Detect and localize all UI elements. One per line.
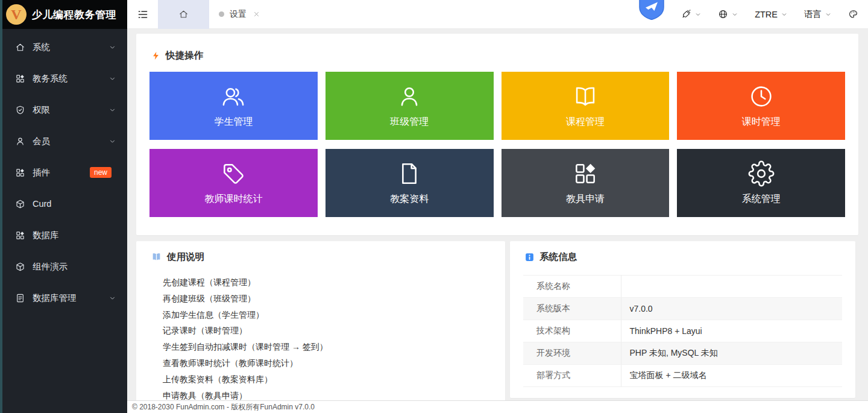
tile-lesson-plan[interactable]: 教案资料: [326, 149, 494, 217]
logo-letter: V: [11, 7, 21, 23]
apps-icon: [15, 230, 25, 241]
sidebar: V 少儿编程教务管理 系统教务系统权限会员插件newCurd数据库组件演示数据库…: [0, 0, 127, 413]
sidebar-item-plugin[interactable]: 插件new: [0, 157, 127, 188]
sidebar-item-database-manage[interactable]: 数据库管理: [0, 282, 127, 314]
sidebar-item-label: 插件: [33, 167, 90, 178]
tile-course[interactable]: 课程管理: [502, 72, 670, 140]
info-value: 宝塔面板 + 二级域名: [621, 365, 842, 387]
info-label: 系统版本: [523, 298, 621, 320]
sidebar-item-curd[interactable]: Curd: [0, 188, 127, 219]
info-icon: [524, 252, 535, 262]
sidebar-item-component-demo[interactable]: 组件演示: [0, 251, 127, 282]
book-icon: [151, 251, 162, 263]
sidebar-item-label: 组件演示: [33, 261, 116, 273]
close-icon[interactable]: [253, 10, 260, 18]
file-text-icon: [15, 293, 25, 303]
system-info-panel: 系统信息 系统名称系统版本v7.0.0技术架构ThinkPHP8 + Layui…: [510, 241, 855, 398]
usage-panel: 使用说明 先创建课程（课程管理）再创建班级（班级管理）添加学生信息（学生管理）记…: [136, 241, 505, 413]
app-logo-bar[interactable]: V 少儿编程教务管理: [0, 0, 127, 29]
table-row: 部署方式宝塔面板 + 二级域名: [523, 365, 842, 387]
gear-icon: [748, 160, 775, 187]
tab-status-dot: [219, 11, 224, 17]
users-icon: [220, 83, 247, 110]
user-menu[interactable]: ZTRE: [755, 10, 788, 19]
chevron-down-icon: [781, 11, 788, 18]
apps-icon: [15, 168, 25, 178]
clock-icon: [748, 83, 775, 110]
sidebar-item-edu-system[interactable]: 教务系统: [0, 63, 127, 94]
info-value: v7.0.0: [621, 298, 842, 320]
usage-step: 添加学生信息（学生管理）: [163, 307, 491, 323]
sidebar-item-database[interactable]: 数据库: [0, 219, 127, 251]
menu-label: ZTRE: [755, 10, 778, 19]
info-label: 开发环境: [523, 342, 621, 365]
chevron-down-icon: [825, 11, 832, 18]
quick-actions-header: 快捷操作: [136, 34, 858, 62]
tile-teaching-aid[interactable]: 教具申请: [502, 149, 670, 217]
tab-bar: 设置: [158, 0, 270, 29]
info-value: PHP 未知, MySQL 未知: [621, 342, 842, 365]
table-row: 系统版本v7.0.0: [523, 298, 842, 320]
sidebar-item-system[interactable]: 系统: [0, 31, 127, 63]
tile-student[interactable]: 学生管理: [149, 72, 318, 140]
apps-icon: [572, 160, 599, 187]
chevron-down-icon: [694, 11, 702, 18]
quick-actions-title: 快捷操作: [166, 49, 203, 62]
table-row: 系统名称: [523, 276, 842, 298]
user-icon: [15, 136, 25, 147]
sidebar-item-label: 数据库: [33, 230, 116, 241]
theme-palette-button[interactable]: [848, 9, 858, 19]
app-logo: V: [6, 4, 27, 25]
clear-cache-menu[interactable]: [681, 9, 702, 19]
info-value: [621, 276, 842, 298]
tile-label: 教师课时统计: [204, 193, 262, 206]
sidebar-menu: 系统教务系统权限会员插件newCurd数据库组件演示数据库管理: [0, 29, 127, 314]
topbar: 设置 ZTRE语言: [127, 0, 868, 29]
lightning-icon: [151, 51, 161, 61]
tile-class-hour[interactable]: 课时管理: [677, 72, 845, 140]
copyright-text: © 2018-2030 FunAdmin.com - 版权所有FunAdmin …: [132, 402, 315, 412]
system-info-table: 系统名称系统版本v7.0.0技术架构ThinkPHP8 + Layui开发环境P…: [523, 275, 842, 387]
info-value: ThinkPHP8 + Layui: [621, 320, 842, 342]
tab-settings[interactable]: 设置: [209, 0, 270, 29]
menu-label: 语言: [804, 8, 822, 20]
usage-list: 先创建课程（课程管理）再创建班级（班级管理）添加学生信息（学生管理）记录课时（课…: [136, 274, 505, 403]
tile-system-manage[interactable]: 系统管理: [677, 149, 845, 217]
usage-header: 使用说明: [136, 241, 505, 263]
home-icon: [178, 9, 189, 19]
tile-label: 教案资料: [390, 193, 429, 206]
sidebar-item-permission[interactable]: 权限: [0, 94, 127, 125]
tile-label: 课程管理: [566, 116, 605, 128]
tile-class[interactable]: 班级管理: [326, 72, 494, 140]
brush-icon: [681, 9, 691, 19]
app-title: 少儿编程教务管理: [32, 8, 116, 22]
table-row: 技术架构ThinkPHP8 + Layui: [523, 320, 842, 342]
extension-shield-badge: [637, 0, 666, 20]
user-icon: [396, 83, 423, 110]
sidebar-accent-strip: [0, 0, 2, 413]
apps-icon: [15, 74, 25, 84]
globe-icon: [718, 9, 728, 19]
usage-step: 记录课时（课时管理）: [163, 323, 491, 339]
language-menu[interactable]: 语言: [804, 8, 832, 20]
tab-home[interactable]: [158, 0, 209, 29]
sidebar-item-label: 系统: [33, 42, 108, 53]
topbar-actions: ZTRE语言: [681, 8, 868, 20]
usage-step: 查看教师课时统计（教师课时统计）: [163, 355, 491, 371]
shield-check-icon: [15, 105, 25, 115]
table-row: 开发环境PHP 未知, MySQL 未知: [523, 342, 842, 365]
sidebar-item-member[interactable]: 会员: [0, 125, 127, 157]
tile-label: 课时管理: [742, 116, 781, 128]
footer: © 2018-2030 FunAdmin.com - 版权所有FunAdmin …: [127, 400, 868, 413]
new-badge: new: [90, 167, 112, 178]
tile-label: 系统管理: [742, 193, 781, 206]
usage-step: 再创建班级（班级管理）: [163, 291, 491, 307]
chevron-down-icon: [108, 294, 116, 302]
usage-title: 使用说明: [167, 251, 204, 263]
home-icon: [15, 42, 25, 52]
system-info-header: 系统信息: [510, 241, 855, 263]
tile-teacher-hour-stats[interactable]: 教师课时统计: [149, 149, 318, 217]
site-globe-menu[interactable]: [718, 9, 738, 19]
tile-label: 学生管理: [214, 116, 253, 128]
sidebar-collapse-icon[interactable]: [137, 8, 149, 20]
